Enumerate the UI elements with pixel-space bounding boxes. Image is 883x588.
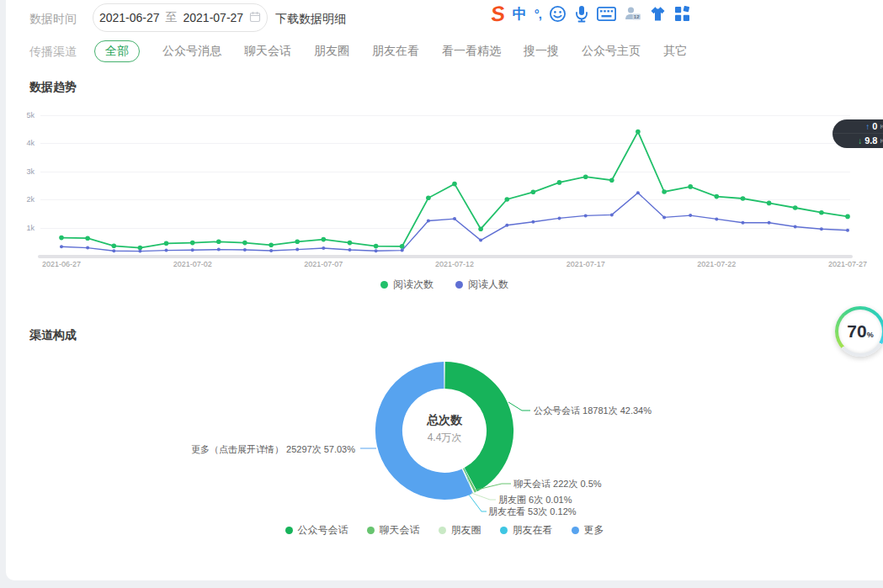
tab-top-stories[interactable]: 看一看精选 (442, 44, 501, 59)
x-axis-tick: 2021-07-22 (697, 260, 736, 268)
tab-account-homepage[interactable]: 公众号主页 (582, 44, 641, 59)
tab-all[interactable]: 全部 (94, 40, 140, 62)
x-axis-tick: 2021-07-17 (567, 260, 605, 268)
soft-keyboard-icon[interactable] (597, 7, 616, 21)
progress-badge[interactable]: 70 % (835, 306, 883, 357)
x-axis-tick: 2021-07-27 (828, 260, 867, 268)
x-axis-tick: 2021-06-27 (42, 260, 81, 268)
progress-unit: % (867, 331, 874, 339)
legend-item-read-users[interactable]: 阅读人数 (455, 278, 508, 292)
donut-center-value: 4.4万次 (427, 431, 462, 445)
legend-item-read-count[interactable]: 阅读次数 (380, 278, 434, 292)
upload-speed-row: ↑ 0 K/s (832, 119, 883, 133)
ime-language-mode-icon[interactable]: 中 (513, 4, 527, 24)
composition-section-title: 渠道构成 (29, 328, 77, 343)
channel-tabs-label: 传播渠道 (29, 45, 77, 60)
x-axis-tick: 2021-07-07 (304, 260, 343, 268)
slice-label-moments[interactable]: 朋友圈 6次 0.01% (498, 494, 572, 506)
trend-lines (19, 109, 861, 262)
legend-dot (500, 527, 508, 534)
upload-arrow-icon: ↑ (865, 122, 870, 131)
trend-section-title: 数据趋势 (29, 80, 77, 95)
date-end: 2021-07-27 (184, 11, 244, 24)
legend-item-chat-session[interactable]: 聊天会话 (367, 523, 420, 538)
voice-input-icon[interactable] (574, 5, 589, 23)
donut-center: 总次数 4.4万次 (427, 413, 462, 445)
slice-label-friends-reading[interactable]: 朋友在看 53次 0.12% (488, 506, 577, 518)
donut-center-label: 总次数 (427, 413, 462, 428)
calendar-icon (249, 11, 261, 25)
slice-label-official-session[interactable]: 公众号会话 18781次 42.34% (534, 405, 652, 417)
emoji-icon[interactable] (549, 5, 567, 23)
tab-other[interactable]: 其它 (663, 44, 687, 59)
ime-toolbar: S 中 °, 12 (491, 2, 690, 25)
legend-item-moments[interactable]: 朋友圈 (439, 523, 481, 538)
tab-moments[interactable]: 朋友圈 (314, 44, 349, 59)
legend-dot (380, 281, 388, 289)
skin-icon[interactable] (649, 6, 667, 22)
upload-speed-value: 0 (872, 121, 877, 131)
legend-item-friends-reading[interactable]: 朋友在看 (500, 523, 553, 538)
download-arrow-icon: ↓ (858, 136, 862, 146)
download-speed-unit: K/s (880, 137, 883, 145)
svg-text:12: 12 (634, 14, 640, 19)
toolbox-icon[interactable] (674, 6, 690, 22)
progress-value: 70 (847, 321, 866, 342)
ime-punctuation-icon[interactable]: °, (535, 7, 541, 21)
date-separator: 至 (166, 10, 178, 25)
legend-dot (455, 281, 463, 289)
download-speed-value: 9.8 (864, 135, 877, 146)
date-range-label: 数据时间 (29, 12, 77, 27)
tab-search[interactable]: 搜一搜 (524, 44, 559, 59)
channel-donut-chart: 总次数 4.4万次 公众号会话 18781次 42.34% 更多（点击展开详情）… (6, 358, 883, 526)
legend-item-official-session[interactable]: 公众号会话 (285, 523, 348, 538)
legend-dot (285, 527, 293, 534)
upload-speed-unit: K/s (880, 123, 883, 130)
slice-label-more[interactable]: 更多（点击展开详情） 25297次 57.03% (191, 443, 355, 456)
trend-legend: 阅读次数 阅读人数 (6, 278, 883, 292)
tab-official-account-message[interactable]: 公众号消息 (162, 44, 221, 59)
legend-dot (439, 527, 446, 534)
x-axis-tick: 2021-07-12 (435, 260, 474, 268)
analytics-panel: 数据时间 2021-06-27 至 2021-07-27 下载数据明细 S 中 … (6, 0, 883, 580)
download-data-link[interactable]: 下载数据明细 (275, 12, 346, 27)
net-speed-widget[interactable]: ↑ 0 K/s ↓ 9.8 K/s (832, 119, 883, 148)
tab-chat-session[interactable]: 聊天会话 (244, 44, 291, 59)
sogou-logo-icon[interactable]: S (490, 3, 506, 25)
slice-label-chat-session[interactable]: 聊天会话 222次 0.5% (513, 478, 602, 490)
donut-legend: 公众号会话 聊天会话 朋友圈 朋友在看 更多 (6, 523, 883, 538)
download-speed-row: ↓ 9.8 K/s (832, 133, 883, 147)
date-start: 2021-06-27 (99, 11, 160, 24)
trend-chart[interactable]: 5k 4k 3k 2k 1k 2021-06-27 2021-07-02 202… (19, 109, 861, 278)
date-range-picker[interactable]: 2021-06-27 至 2021-07-27 (93, 3, 268, 32)
ime-account-icon[interactable]: 12 (624, 5, 641, 22)
channel-tabs: 全部 公众号消息 聊天会话 朋友圈 朋友在看 看一看精选 搜一搜 公众号主页 其… (94, 40, 687, 62)
tab-friends-reading[interactable]: 朋友在看 (372, 44, 419, 59)
legend-item-more[interactable]: 更多 (572, 523, 604, 538)
progress-badge-face: 70 % (838, 310, 882, 353)
legend-dot (572, 527, 579, 534)
x-axis-tick: 2021-07-02 (173, 260, 212, 268)
legend-dot (367, 527, 375, 534)
